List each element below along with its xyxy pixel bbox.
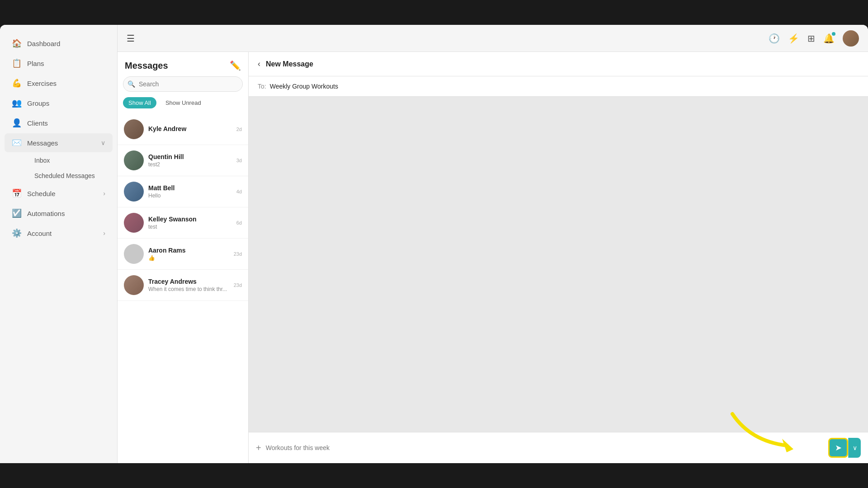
msg-time: 3d (236, 158, 242, 163)
sidebar-label-messages: Messages (27, 139, 58, 147)
clock-icon[interactable]: 🕐 (769, 33, 780, 44)
message-body (249, 97, 868, 432)
content-body: Messages ✏️ 🔍 Show All Show Unread (118, 52, 868, 463)
list-item[interactable]: Kyle Andrew 2d (118, 114, 248, 145)
compose-icon[interactable]: ✏️ (230, 60, 241, 71)
compose-bar: + ➤ ∨ (249, 432, 868, 463)
messages-icon: ✉️ (12, 138, 22, 148)
back-button[interactable]: ‹ (258, 59, 260, 69)
search-input[interactable] (123, 76, 243, 92)
inbox-label: Inbox (34, 157, 50, 164)
send-button-wrapper: ➤ ∨ (828, 438, 861, 458)
sidebar-label-plans: Plans (27, 60, 44, 67)
to-value: Weekly Group Workouts (270, 83, 338, 90)
msg-content: Kelley Swanson test (148, 216, 232, 230)
avatar-image (843, 30, 859, 47)
msg-name: Matt Bell (148, 184, 232, 192)
sidebar-item-schedule[interactable]: 📅 Schedule › (5, 184, 113, 203)
sidebar-item-plans[interactable]: 📋 Plans (5, 54, 113, 73)
hamburger-menu-icon[interactable]: ☰ (127, 33, 135, 44)
compose-header: ‹ New Message (249, 52, 868, 76)
list-item[interactable]: Tracey Andrews When it comes time to thi… (118, 270, 248, 301)
msg-content: Quentin Hill test2 (148, 153, 232, 168)
header-icons: 🕐 ⚡ ⊞ 🔔 (769, 30, 859, 47)
sidebar-item-exercises[interactable]: 💪 Exercises (5, 74, 113, 93)
avatar (124, 275, 144, 295)
compose-input[interactable] (266, 444, 824, 451)
attach-icon[interactable]: + (256, 443, 261, 453)
avatar (124, 150, 144, 170)
message-list: Kyle Andrew 2d Quentin Hill test2 3d (118, 114, 248, 463)
sidebar-item-automations[interactable]: ☑️ Automations (5, 204, 113, 223)
msg-name: Quentin Hill (148, 153, 232, 160)
plans-icon: 📋 (12, 58, 22, 68)
list-item[interactable]: Aaron Rams 👍 23d (118, 239, 248, 270)
msg-content: Matt Bell Hello (148, 184, 232, 199)
sidebar-label-automations: Automations (27, 210, 65, 217)
msg-time: 6d (236, 220, 242, 225)
home-icon: 🏠 (12, 38, 22, 48)
clients-icon: 👤 (12, 118, 22, 128)
new-message-title: New Message (266, 60, 313, 68)
msg-preview: 👍 (148, 255, 229, 261)
search-box: 🔍 (123, 76, 243, 92)
msg-time: 23d (234, 251, 242, 257)
account-chevron-icon: › (103, 230, 105, 237)
list-item[interactable]: Kelley Swanson test 6d (118, 207, 248, 239)
msg-preview: Hello (148, 192, 232, 199)
sidebar-item-dashboard[interactable]: 🏠 Dashboard (5, 34, 113, 53)
msg-time: 2d (236, 127, 242, 132)
filter-tab-show-all[interactable]: Show All (123, 97, 156, 108)
message-main: ‹ New Message To: Weekly Group Workouts … (249, 52, 868, 463)
messages-panel: Messages ✏️ 🔍 Show All Show Unread (118, 52, 249, 463)
sidebar-item-messages[interactable]: ✉️ Messages ∨ (5, 133, 113, 152)
msg-name: Tracey Andrews (148, 278, 229, 285)
avatar (124, 213, 144, 233)
avatar (124, 119, 144, 139)
filter-tab-show-unread[interactable]: Show Unread (160, 97, 207, 108)
messages-title: Messages (125, 61, 168, 71)
send-dropdown-button[interactable]: ∨ (848, 438, 861, 458)
automations-icon: ☑️ (12, 208, 22, 218)
filter-show-unread-label: Show Unread (165, 99, 201, 106)
search-icon: 🔍 (127, 80, 135, 88)
sidebar-item-account[interactable]: ⚙️ Account › (5, 224, 113, 243)
sidebar: 🏠 Dashboard 📋 Plans 💪 Exercises 👥 Groups… (0, 25, 118, 463)
sidebar-label-exercises: Exercises (27, 80, 57, 87)
schedule-icon: 📅 (12, 188, 22, 198)
header-bar: ☰ 🕐 ⚡ ⊞ 🔔 (118, 25, 868, 52)
avatar (124, 244, 144, 264)
sidebar-item-groups[interactable]: 👥 Groups (5, 94, 113, 113)
bell-icon[interactable]: 🔔 (823, 33, 835, 44)
sidebar-label-dashboard: Dashboard (27, 40, 60, 47)
to-line: To: Weekly Group Workouts (249, 76, 868, 97)
messages-subnav: Inbox Scheduled Messages (5, 153, 113, 183)
avatar[interactable] (843, 30, 859, 47)
msg-preview: test (148, 224, 232, 230)
sidebar-item-inbox[interactable]: Inbox (27, 153, 113, 168)
sidebar-label-clients: Clients (27, 119, 48, 127)
msg-preview: When it comes time to think thr... (148, 286, 229, 292)
msg-time: 23d (234, 282, 242, 288)
filter-tabs: Show All Show Unread (118, 97, 248, 114)
msg-content: Aaron Rams 👍 (148, 247, 229, 261)
sidebar-item-scheduled[interactable]: Scheduled Messages (27, 169, 113, 183)
chevron-down-icon: ∨ (101, 139, 105, 146)
msg-preview: test2 (148, 161, 232, 168)
filter-show-all-label: Show All (128, 99, 151, 106)
sidebar-label-account: Account (27, 230, 52, 237)
bolt-icon[interactable]: ⚡ (788, 33, 799, 44)
scheduled-label: Scheduled Messages (34, 172, 95, 179)
sidebar-label-schedule: Schedule (27, 190, 56, 197)
send-icon: ➤ (835, 443, 842, 453)
chevron-right-icon: › (103, 190, 105, 197)
grid-icon[interactable]: ⊞ (807, 33, 815, 44)
groups-icon: 👥 (12, 98, 22, 108)
send-button[interactable]: ➤ (828, 438, 848, 458)
msg-name: Kelley Swanson (148, 216, 232, 223)
list-item[interactable]: Quentin Hill test2 3d (118, 145, 248, 176)
sidebar-label-groups: Groups (27, 99, 49, 107)
sidebar-item-clients[interactable]: 👤 Clients (5, 113, 113, 132)
list-item[interactable]: Matt Bell Hello 4d (118, 176, 248, 207)
msg-content: Kyle Andrew (148, 125, 232, 133)
